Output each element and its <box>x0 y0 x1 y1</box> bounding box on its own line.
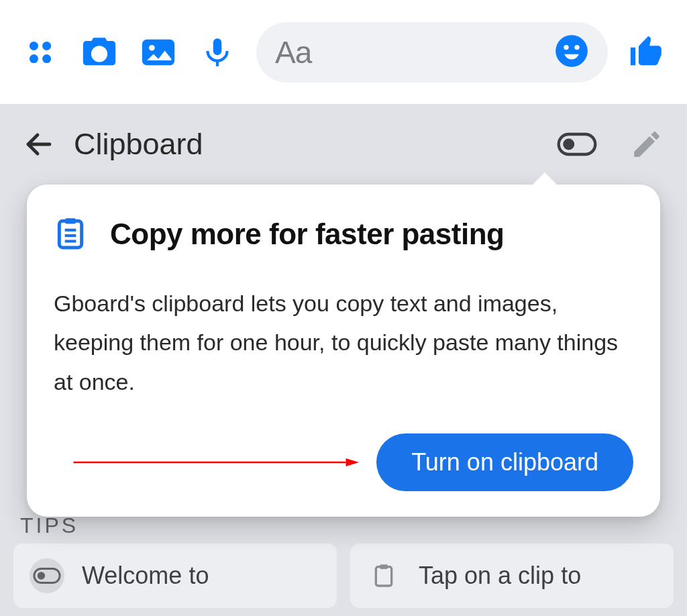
clipboard-onboarding-popover: Copy more for faster pasting Gboard's cl… <box>27 185 660 517</box>
message-input[interactable]: Aa <box>256 22 608 83</box>
tip-card[interactable]: Welcome to <box>13 544 337 608</box>
popover-header: Copy more for faster pasting <box>54 214 633 254</box>
tip-text: Tap on a clip to <box>419 562 581 590</box>
popover-title: Copy more for faster pasting <box>110 217 504 251</box>
svg-point-9 <box>564 44 568 49</box>
svg-rect-5 <box>142 39 174 65</box>
tip-card[interactable]: Tap on a clip to <box>350 544 674 608</box>
svg-point-3 <box>42 54 51 63</box>
svg-point-2 <box>30 54 38 63</box>
svg-rect-17 <box>380 564 388 569</box>
svg-rect-7 <box>213 38 222 55</box>
apps-icon[interactable] <box>20 32 60 72</box>
turn-on-clipboard-button[interactable]: Turn on clipboard <box>376 433 633 491</box>
toggle-off-icon <box>30 558 64 593</box>
svg-point-8 <box>556 35 588 67</box>
back-button[interactable] <box>20 125 58 163</box>
svg-rect-18 <box>59 221 81 248</box>
tip-text: Welcome to <box>82 562 209 590</box>
tips-row: Welcome to Tap on a clip to <box>13 544 674 608</box>
popover-description: Gboard's clipboard lets you copy text an… <box>54 284 633 401</box>
emoji-icon[interactable] <box>554 34 589 71</box>
svg-point-1 <box>42 41 51 50</box>
clipboard-header: Clipboard <box>0 114 687 174</box>
keyboard-clipboard-panel: Clipboard TIPS Welcome to Tap on a clip … <box>0 104 687 616</box>
svg-point-4 <box>95 49 105 59</box>
edit-button[interactable] <box>627 124 667 164</box>
gallery-icon[interactable] <box>138 32 178 72</box>
clipboard-icon <box>54 214 87 254</box>
svg-point-0 <box>30 41 38 50</box>
annotation-arrow-icon <box>54 456 376 469</box>
svg-point-15 <box>38 572 45 579</box>
message-placeholder: Aa <box>275 34 543 70</box>
clipboard-toggle[interactable] <box>557 124 597 164</box>
camera-icon[interactable] <box>79 32 119 72</box>
microphone-icon[interactable] <box>197 32 237 72</box>
svg-point-6 <box>149 44 155 50</box>
chat-toolbar: Aa <box>0 0 687 104</box>
popover-action-row: Turn on clipboard <box>54 433 633 491</box>
svg-rect-16 <box>376 567 391 586</box>
clipboard-title: Clipboard <box>74 127 534 162</box>
tips-section-label: TIPS <box>20 513 78 538</box>
thumbs-up-icon[interactable] <box>627 32 667 72</box>
svg-point-10 <box>574 44 579 49</box>
svg-point-13 <box>563 139 574 150</box>
svg-marker-24 <box>346 458 359 466</box>
svg-rect-19 <box>65 218 76 223</box>
clipboard-small-icon <box>366 558 401 593</box>
